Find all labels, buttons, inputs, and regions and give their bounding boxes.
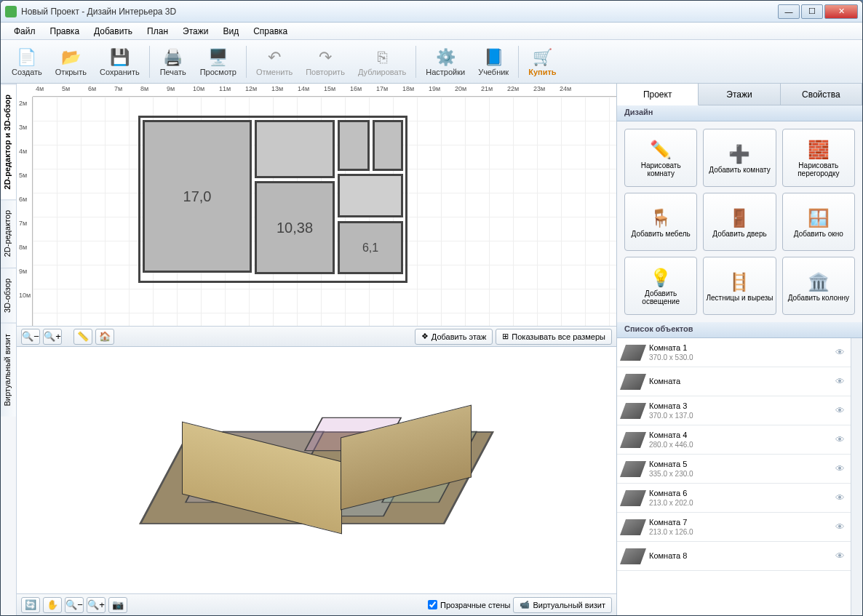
redo-icon: ↷ [314, 47, 337, 68]
object-row[interactable]: Комната 6213.0 x 202.0👁 [617, 484, 851, 513]
tool-draw-partition[interactable]: 🧱Нарисовать перегородку [782, 129, 855, 187]
scrollbar[interactable] [851, 338, 862, 615]
orbit-button[interactable]: 🔄 [21, 597, 40, 613]
left-tab-strip: 2D-редактор и 3D-обзор 2D-редактор 3D-об… [1, 84, 17, 615]
3d-model[interactable] [153, 376, 480, 565]
measure-button[interactable]: 📏 [73, 329, 92, 345]
tb-buy[interactable]: 🛒Купить [522, 45, 562, 79]
object-row[interactable]: Комната 4280.0 x 446.0👁 [617, 425, 851, 455]
3d-canvas[interactable] [17, 347, 616, 593]
zoom-in-button[interactable]: 🔍+ [43, 329, 62, 345]
menu-floors[interactable]: Этажи [175, 25, 215, 38]
2d-canvas[interactable]: 17,0 10,38 6,1 [33, 97, 616, 326]
duplicate-icon: ⎘ [370, 47, 394, 68]
right-tabs: Проект Этажи Свойства [617, 84, 862, 105]
tb-preview[interactable]: 🖥️Просмотр [194, 45, 243, 79]
visibility-icon[interactable]: 👁 [835, 434, 845, 445]
monitor-icon: 🖥️ [207, 47, 230, 68]
tb-save[interactable]: 💾Сохранить [93, 45, 146, 79]
snapshot-button[interactable]: 📷 [108, 597, 127, 613]
object-label: Комната 8 [649, 551, 830, 561]
tb-redo[interactable]: ↷Повторить [299, 45, 351, 79]
pencil-icon: ✏️ [650, 138, 672, 161]
virtual-visit-button[interactable]: 📹Виртуальный визит [513, 597, 612, 613]
home-button[interactable]: 🏠 [95, 329, 114, 345]
cube-icon [620, 345, 646, 361]
tb-tutorial[interactable]: 📘Учебник [472, 45, 515, 79]
tab-floors[interactable]: Этажи [699, 84, 780, 105]
floorplan[interactable]: 17,0 10,38 6,1 [138, 116, 407, 283]
visibility-icon[interactable]: 👁 [835, 551, 845, 561]
cube-icon [620, 432, 646, 448]
tool-add-column[interactable]: 🏛️Добавить колонну [782, 257, 855, 315]
app-window: Новый Проект - Дизайн Интерьера 3D — ☐ ✕… [0, 0, 863, 616]
object-list[interactable]: Комната 1370.0 x 530.0👁Комната👁Комната 3… [617, 338, 851, 615]
menu-view[interactable]: Вид [215, 25, 246, 38]
add-square-icon: ➕ [728, 143, 750, 166]
maximize-button[interactable]: ☐ [801, 4, 823, 19]
object-row[interactable]: Комната 7213.0 x 126.0👁 [617, 513, 851, 542]
ruler-vertical: 2м3м4м5м6м7м8м9м10м [17, 97, 33, 326]
cube-icon [620, 461, 646, 477]
visibility-icon[interactable]: 👁 [835, 521, 845, 532]
minimize-button[interactable]: — [778, 4, 800, 19]
add-floor-button[interactable]: ❖Добавить этаж [415, 329, 493, 345]
visibility-icon[interactable]: 👁 [835, 463, 845, 474]
tb-open[interactable]: 📂Открыть [49, 45, 93, 79]
close-button[interactable]: ✕ [824, 4, 858, 19]
zoom-out-button[interactable]: 🔍− [21, 329, 40, 345]
object-row[interactable]: Комната 5335.0 x 230.0👁 [617, 455, 851, 484]
menu-help[interactable]: Справка [246, 25, 295, 38]
tool-add-furniture[interactable]: 🪑Добавить мебель [624, 193, 697, 251]
bulb-icon: 💡 [650, 266, 672, 289]
stairs-icon: 🪜 [728, 271, 750, 294]
2d-viewport[interactable]: 4м5м6м7м8м9м10м11м12м13м14м15м16м17м18м1… [17, 84, 616, 347]
object-label: Комната 6213.0 x 202.0 [649, 488, 830, 508]
menu-edit[interactable]: Правка [43, 25, 87, 38]
object-label: Комната 5335.0 x 230.0 [649, 459, 830, 479]
tool-add-room[interactable]: ➕Добавить комнату [703, 129, 776, 187]
tb-print[interactable]: 🖨️Печать [153, 45, 194, 79]
brick-wall-icon: 🧱 [808, 138, 830, 161]
cube-icon [620, 403, 646, 419]
zoom-out-3d-button[interactable]: 🔍− [65, 597, 84, 613]
show-dimensions-button[interactable]: ⊞Показывать все размеры [496, 329, 612, 345]
room-2[interactable]: 10,38 [255, 181, 335, 274]
pan-button[interactable]: ✋ [43, 597, 62, 613]
vtab-2d[interactable]: 2D-редактор [1, 199, 16, 267]
visibility-icon[interactable]: 👁 [835, 492, 845, 503]
zoom-in-3d-button[interactable]: 🔍+ [87, 597, 106, 613]
door-icon: 🚪 [728, 207, 750, 230]
tab-properties[interactable]: Свойства [781, 84, 862, 105]
object-row[interactable]: Комната 1370.0 x 530.0👁 [617, 338, 851, 367]
tool-add-window[interactable]: 🪟Добавить окно [782, 193, 855, 251]
room-1[interactable]: 17,0 [143, 120, 252, 273]
tb-create[interactable]: 📄Создать [5, 45, 49, 79]
menu-plan[interactable]: План [140, 25, 175, 38]
vtab-2d-3d[interactable]: 2D-редактор и 3D-обзор [1, 84, 16, 199]
tool-add-light[interactable]: 💡Добавить освещение [624, 257, 697, 315]
object-row[interactable]: Комната 3370.0 x 137.0👁 [617, 396, 851, 425]
menu-add[interactable]: Добавить [87, 25, 140, 38]
tb-duplicate[interactable]: ⎘Дублировать [351, 45, 413, 79]
3d-viewport[interactable]: 🔄 ✋ 🔍− 🔍+ 📷 Прозрачные стены 📹Виртуальны… [17, 347, 616, 615]
tool-add-door[interactable]: 🚪Добавить дверь [703, 193, 776, 251]
tool-draw-room[interactable]: ✏️Нарисовать комнату [624, 129, 697, 187]
object-row[interactable]: Комната 8👁 [617, 542, 851, 571]
transparent-walls-checkbox[interactable]: Прозрачные стены [428, 600, 510, 609]
titlebar: Новый Проект - Дизайн Интерьера 3D — ☐ ✕ [1, 1, 862, 23]
tb-undo[interactable]: ↶Отменить [250, 45, 299, 79]
room-3[interactable]: 6,1 [338, 221, 403, 274]
tab-project[interactable]: Проект [617, 84, 699, 105]
visibility-icon[interactable]: 👁 [835, 347, 845, 358]
tb-settings[interactable]: ⚙️Настройки [419, 45, 472, 79]
visibility-icon[interactable]: 👁 [835, 405, 845, 416]
design-tools-grid: ✏️Нарисовать комнату ➕Добавить комнату 🧱… [617, 121, 862, 322]
object-row[interactable]: Комната👁 [617, 367, 851, 396]
menubar: Файл Правка Добавить План Этажи Вид Спра… [1, 23, 862, 40]
vtab-3d[interactable]: 3D-обзор [1, 268, 16, 323]
tool-stairs[interactable]: 🪜Лестницы и вырезы [703, 257, 776, 315]
vtab-virtual[interactable]: Виртуальный визит [1, 323, 16, 417]
menu-file[interactable]: Файл [7, 25, 43, 38]
visibility-icon[interactable]: 👁 [835, 376, 845, 387]
